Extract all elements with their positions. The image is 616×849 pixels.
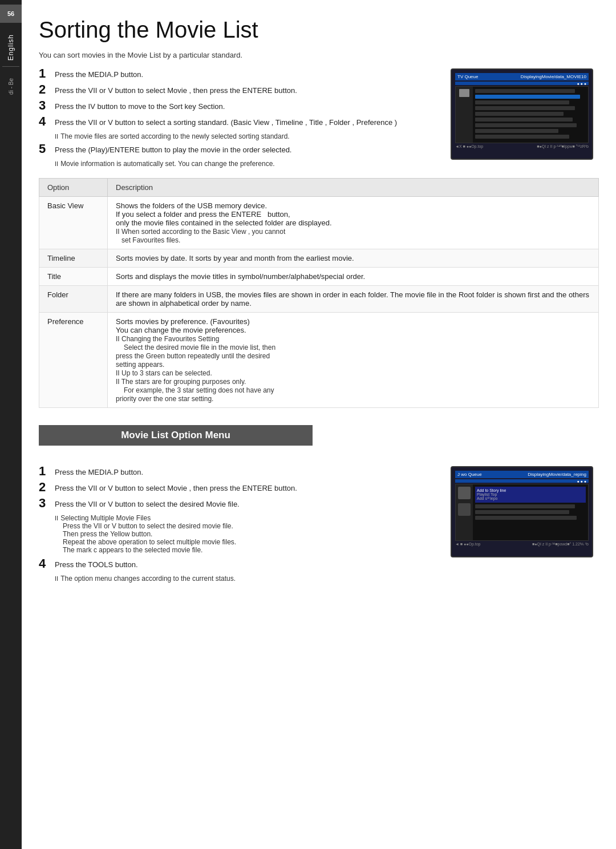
step-5: 5 Press the (Play)/ENTERE button to play… xyxy=(39,144,433,155)
opt-step-4-number: 4 xyxy=(39,557,55,570)
option-timeline: Timeline xyxy=(39,249,108,268)
main-content: Sorting the Movie List You can sort movi… xyxy=(27,0,616,600)
sidebar: 56 English di - Be xyxy=(0,0,22,849)
opt-step-2-text: Press the VII or V button to select Movi… xyxy=(55,482,433,492)
option-steps-left: 1 Press the MEDIA.P button. 2 Press the … xyxy=(39,466,433,583)
pref-note-3: II Up to 3 stars can be selected. xyxy=(116,369,212,377)
table-row: Preference Sorts movies by preference. (… xyxy=(39,313,599,408)
option-preference: Preference xyxy=(39,313,108,408)
intro-text: You can sort movies in the Movie List by… xyxy=(39,51,599,59)
pref-note-2: Select the desired movie file in the mov… xyxy=(116,343,275,369)
step-5-number: 5 xyxy=(39,143,55,155)
opt-step-1-text: Press the MEDIA.P button. xyxy=(55,466,433,476)
opt-step-4-text: Press the TOOLS button. xyxy=(55,559,433,569)
desc-preference: Sorts movies by preference. (Favourites)… xyxy=(108,313,599,408)
desc-timeline: Sorts movies by date. It sorts by year a… xyxy=(108,249,599,268)
step-4-number: 4 xyxy=(39,115,55,128)
screen-image-1: TV Queue DisplayingMovie/data_MOVIE10 ● … xyxy=(451,68,593,160)
table-body: Basic View Shows the folders of the USB … xyxy=(39,197,599,408)
option-steps-area: 1 Press the MEDIA.P button. 2 Press the … xyxy=(39,466,599,583)
opt-step-3: 3 Press the VII or V button to select th… xyxy=(39,498,433,510)
screen-bottom-bar-1: ◄X ■ ●●Op.top ■●QI z II p·¹⁴⁸■ïppw■ °¹²z… xyxy=(455,144,589,149)
section2-header: Movie List Option Menu xyxy=(39,425,313,446)
opt-step-4: 4 Press the TOOLS button. xyxy=(39,559,433,570)
col-option-header: Option xyxy=(39,179,108,197)
step-2-text: Press the VII or V button to select Movi… xyxy=(55,84,433,95)
sidebar-sub: di - Be xyxy=(8,78,14,95)
opt-step-3-note: IISelecting Multiple Movie Files xyxy=(55,514,433,522)
section2-header-container: Movie List Option Menu xyxy=(39,425,599,456)
opt-step-3-sub3: Repeat the above operation to select mul… xyxy=(63,538,433,546)
screen-image-2: J wo Queue DisplayingMovie/data_reping ●… xyxy=(451,466,593,557)
table-header: Option Description xyxy=(39,179,599,197)
screen-sidebar-mock-2 xyxy=(456,484,473,540)
option-folder: Folder xyxy=(39,286,108,313)
step-2: 2 Press the VII or V button to select Mo… xyxy=(39,84,433,96)
step-2-number: 2 xyxy=(39,83,55,96)
step-4-text: Press the VII or V button to select a so… xyxy=(55,116,433,127)
screen-main-mock-2: Add to Story line Playlist Top Add s¹ⁱᵗl… xyxy=(473,484,588,540)
step-3-text: Press the IV button to move to the Sort … xyxy=(55,100,433,111)
step-3: 3 Press the IV button to move to the Sor… xyxy=(39,100,433,112)
col-description-header: Description xyxy=(108,179,599,197)
step-4: 4 Press the VII or V button to select a … xyxy=(39,116,433,128)
opt-step-3-text: Press the VII or V button to select the … xyxy=(55,498,433,508)
table-row: Title Sorts and displays the movie title… xyxy=(39,268,599,286)
desc-title: Sorts and displays the movie titles in s… xyxy=(108,268,599,286)
screen-mockup-1: TV Queue DisplayingMovie/data_MOVIE10 ● … xyxy=(451,68,599,168)
screen-mockup-2: J wo Queue DisplayingMovie/data_reping ●… xyxy=(451,466,599,583)
sidebar-badge: 56 xyxy=(0,5,22,23)
pref-note-1: II Changing the Favourites Setting xyxy=(116,335,219,343)
pref-note-5: For example, the 3 star setting does not… xyxy=(116,386,274,403)
step-1: 1 Press the MEDIA.P button. xyxy=(39,68,433,80)
screen-bottom-bar-2: ◄ ■ ●●Op.top ■●QI z II p·¹⁴■powd■° 1.22⅙… xyxy=(455,542,589,547)
opt-step-1: 1 Press the MEDIA.P button. xyxy=(39,466,433,478)
opt-step-4-note: IIThe option menu changes according to t… xyxy=(55,575,433,583)
desc-folder: If there are many folders in USB, the mo… xyxy=(108,286,599,313)
sorting-steps-left: 1 Press the MEDIA.P button. 2 Press the … xyxy=(39,68,433,168)
page-title: Sorting the Movie List xyxy=(39,17,599,43)
step-4-note: IIThe movie files are sorted according t… xyxy=(55,132,433,140)
opt-step-2: 2 Press the VII or V button to select Mo… xyxy=(39,482,433,494)
opt-step-1-number: 1 xyxy=(39,465,55,478)
step-5-text: Press the (Play)/ENTERE button to play t… xyxy=(55,144,433,154)
screen-sidebar-mock-1 xyxy=(456,87,473,143)
opt-step-2-number: 2 xyxy=(39,481,55,494)
step-5-note: IIMovie information is automatically set… xyxy=(55,160,433,168)
opt-step-3-note-text: Selecting Multiple Movie Files xyxy=(60,514,151,522)
table-row: Folder If there are many folders in USB,… xyxy=(39,286,599,313)
options-table: Option Description Basic View Shows the … xyxy=(39,178,599,408)
screen-top-bar-1: TV Queue DisplayingMovie/data_MOVIE10 xyxy=(455,73,589,80)
opt-step-3-sub2: Then press the Yellow button. xyxy=(63,530,433,538)
sorting-steps-area: 1 Press the MEDIA.P button. 2 Press the … xyxy=(39,68,599,168)
basic-view-note: II When sorted according to the Basic Vi… xyxy=(116,228,285,244)
sidebar-divider xyxy=(2,66,19,67)
screen-main-mock-1 xyxy=(473,87,588,143)
step-1-number: 1 xyxy=(39,67,55,80)
sidebar-language: English xyxy=(7,34,15,60)
screen-content-2: Add to Story line Playlist Top Add s¹ⁱᵗl… xyxy=(455,484,589,541)
step-3-number: 3 xyxy=(39,99,55,112)
table-row: Timeline Sorts movies by date. It sorts … xyxy=(39,249,599,268)
pref-note-4: II The stars are for grouping purposes o… xyxy=(116,378,274,403)
step-1-text: Press the MEDIA.P button. xyxy=(55,68,433,79)
screen-content-1 xyxy=(455,86,589,143)
opt-step-3-sub1: Press the VII or V button to select the … xyxy=(63,522,433,530)
screen-top-bar-2: J wo Queue DisplayingMovie/data_reping xyxy=(455,471,589,478)
table-row: Basic View Shows the folders of the USB … xyxy=(39,197,599,249)
desc-basic-view: Shows the folders of the USB memory devi… xyxy=(108,197,599,249)
opt-step-3-sub4: The mark c appears to the selected movie… xyxy=(63,546,433,554)
opt-step-3-number: 3 xyxy=(39,497,55,510)
option-basic-view: Basic View xyxy=(39,197,108,249)
option-title: Title xyxy=(39,268,108,286)
